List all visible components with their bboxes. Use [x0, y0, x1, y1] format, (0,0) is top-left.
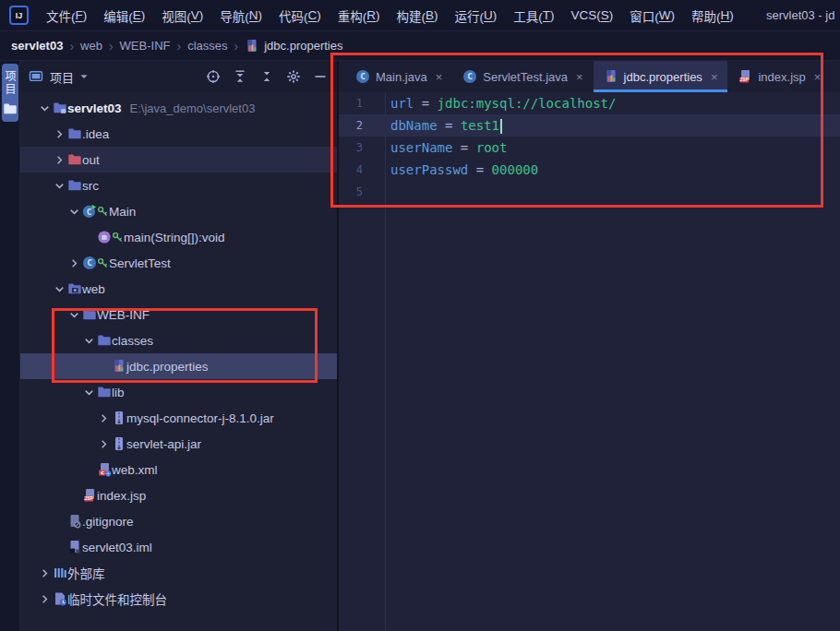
tree-item-gitignore[interactable]: .gitignore: [20, 508, 337, 534]
tree-item-label: servlet03.iml: [82, 541, 152, 554]
breadcrumb-item-jdbc-properties[interactable]: jdbc.properties: [245, 39, 342, 54]
close-icon[interactable]: ×: [436, 70, 443, 84]
breadcrumb-item-classes[interactable]: classes: [187, 39, 227, 53]
tab-label: ServletTest.java: [483, 70, 568, 84]
editor-line-3[interactable]: 3userName = root: [339, 137, 840, 159]
svg-text:JSP: JSP: [85, 496, 94, 501]
breadcrumb-item-web[interactable]: web: [80, 39, 102, 53]
tree-item-jdbc-properties[interactable]: jdbc.properties: [20, 353, 337, 379]
hide-panel-icon[interactable]: [313, 69, 328, 84]
chevron-down-icon[interactable]: [78, 70, 90, 83]
ide-window: { "window": { "title_right": "servlet03 …: [0, 0, 840, 631]
tree-item-servlettest[interactable]: CServletTest: [20, 250, 337, 276]
project-stripe-button[interactable]: 项目: [2, 64, 18, 122]
locate-icon[interactable]: [206, 69, 221, 84]
chevron-right-icon[interactable]: [96, 437, 112, 451]
jar-icon: [112, 411, 126, 425]
tab-main-java[interactable]: CMain.java×: [345, 61, 452, 92]
tree-item-web[interactable]: web: [20, 276, 337, 302]
chevron-down-icon[interactable]: [81, 386, 97, 399]
tab-jdbc-properties[interactable]: jdbc.properties×: [594, 61, 728, 92]
tree-item-label: WEB-INF: [97, 308, 150, 322]
menu-item-3[interactable]: 导航(N): [211, 0, 270, 30]
scratches-icon: [53, 591, 67, 606]
menu-item-1[interactable]: 编辑(E): [95, 0, 153, 30]
menu-item-10[interactable]: 窗口(W): [621, 0, 683, 30]
tab-web[interactable]: <web: [831, 61, 840, 92]
external-libs-icon: [53, 566, 67, 580]
folder-icon: [82, 307, 97, 322]
tree-item-lib[interactable]: lib: [20, 379, 337, 405]
tree-item-src[interactable]: src: [20, 173, 337, 198]
menu-item-4[interactable]: 代码(C): [270, 0, 330, 30]
breadcrumb-separator: ›: [234, 39, 239, 54]
tree-item-mysql-connector-j-8-1-0-jar[interactable]: mysql-connector-j-8.1.0.jar: [20, 405, 337, 431]
properties-file-icon: [112, 359, 126, 374]
iml-file-icon: [67, 540, 82, 554]
intellij-logo-icon[interactable]: IJ: [9, 6, 29, 25]
menu-item-11[interactable]: 帮助(H): [683, 0, 742, 30]
tree-item-servlet03[interactable]: servlet03E:\java_demo\servlet03: [20, 95, 337, 121]
chevron-right-icon[interactable]: [37, 566, 53, 580]
folder-icon: [67, 126, 82, 141]
project-panel: 项目 servlet03E:\java_demo\servlet03.ideao…: [20, 61, 339, 631]
close-icon[interactable]: ×: [576, 70, 583, 84]
breadcrumb-item-servlet03[interactable]: servlet03: [11, 39, 63, 53]
editor-body[interactable]: 1url = jdbc:mysql://localhost/2dbName = …: [339, 92, 840, 631]
close-icon[interactable]: ×: [814, 70, 822, 84]
close-icon[interactable]: ×: [711, 70, 718, 84]
chevron-down-icon[interactable]: [66, 205, 82, 219]
assign-operator: =: [468, 162, 491, 177]
tree-item-main[interactable]: CMain: [20, 198, 337, 224]
property-value: root: [476, 140, 508, 155]
expand-all-icon[interactable]: [233, 69, 247, 84]
tree-item-servlet03-iml[interactable]: servlet03.iml: [20, 534, 337, 560]
assign-operator: =: [452, 140, 475, 155]
panel-header-actions: [206, 69, 328, 84]
menu-item-7[interactable]: 运行(U): [447, 0, 506, 30]
chevron-right-icon[interactable]: [52, 127, 67, 141]
tree-item-label: 临时文件和控制台: [67, 589, 167, 608]
chevron-down-icon[interactable]: [81, 334, 97, 348]
collapse-all-icon[interactable]: [259, 69, 274, 84]
chevron-down-icon[interactable]: [37, 101, 53, 115]
tab-servlettest-java[interactable]: CServletTest.java×: [452, 61, 593, 92]
menu-item-5[interactable]: 重构(R): [330, 0, 389, 30]
menu-item-2[interactable]: 视图(V): [153, 0, 211, 30]
settings-gear-icon[interactable]: [286, 69, 301, 84]
chevron-down-icon[interactable]: [52, 282, 67, 296]
tree-item-label: src: [82, 179, 99, 193]
code-text: userPasswd = 000000: [385, 162, 538, 177]
editor-line-2[interactable]: 2dbName = test1: [339, 114, 840, 137]
chevron-down-icon[interactable]: [66, 308, 82, 322]
menu-item-9[interactable]: VCS(S): [563, 0, 622, 30]
menu-item-0[interactable]: 文件(F): [38, 0, 95, 30]
tree-item-out[interactable]: out: [20, 147, 337, 173]
tree-item-外部库[interactable]: 外部库: [20, 560, 337, 586]
menu-item-6[interactable]: 构建(B): [389, 0, 447, 30]
tab-index-jsp[interactable]: JSPindex.jsp×: [727, 61, 831, 92]
menu-item-8[interactable]: 工具(T): [505, 0, 562, 30]
editor-line-1[interactable]: 1url = jdbc:mysql://localhost/: [339, 92, 840, 114]
tree-item-临时文件和控制台[interactable]: 临时文件和控制台: [20, 586, 337, 612]
tree-item-index-jsp[interactable]: JSPindex.jsp: [20, 482, 337, 508]
chevron-down-icon[interactable]: [52, 179, 67, 193]
line-number: 2: [339, 119, 385, 132]
breadcrumb-separator: ›: [69, 39, 74, 54]
tree-item-main-string-void[interactable]: mmain(String[]):void: [20, 224, 337, 250]
editor-line-4[interactable]: 4userPasswd = 000000: [339, 159, 840, 181]
chevron-right-icon[interactable]: [66, 256, 82, 270]
tree-item-web-xml[interactable]: <web.xml: [20, 457, 337, 482]
tree-item-idea[interactable]: .idea: [20, 121, 337, 147]
code-text: userName = root: [385, 140, 507, 155]
breadcrumb-item-web-inf[interactable]: WEB-INF: [120, 39, 171, 53]
tree-item-classes[interactable]: classes: [20, 327, 337, 353]
chevron-right-icon[interactable]: [37, 592, 53, 606]
editor-line-5[interactable]: 5: [339, 181, 840, 203]
chevron-right-icon[interactable]: [52, 153, 67, 167]
tree-item-servlet-api-jar[interactable]: servlet-api.jar: [20, 431, 337, 457]
tree-item-web-inf[interactable]: WEB-INF: [20, 302, 337, 327]
property-value: test1: [461, 118, 499, 133]
property-key: userName: [390, 140, 452, 155]
chevron-right-icon[interactable]: [96, 411, 112, 425]
